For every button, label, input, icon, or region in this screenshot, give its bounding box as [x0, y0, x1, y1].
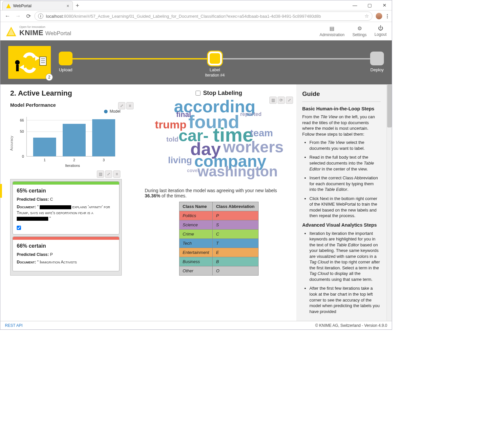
footer: REST API © KNIME AG, Switzerland - Versi…	[0, 321, 392, 329]
guide-title: Guide	[302, 90, 381, 98]
class-row: CrimeC	[179, 230, 259, 239]
svg-text:0: 0	[22, 154, 24, 158]
svg-rect-7	[40, 57, 46, 65]
logo-subbrand: WebPortal	[45, 30, 71, 36]
rest-api-link[interactable]: REST API	[5, 323, 23, 328]
window-titlebar: WebPortal × + — ▢ ✕	[0, 0, 392, 10]
favicon-knime	[6, 3, 11, 9]
stop-labeling-row: Stop Labeling	[145, 90, 293, 97]
class-row: EntertainmentE	[179, 248, 259, 257]
chart-menu-icon[interactable]: ≡	[126, 102, 134, 109]
class-row: ScienceS	[179, 220, 259, 230]
cloud-word[interactable]: final	[176, 111, 191, 118]
svg-text:3: 3	[103, 158, 105, 162]
svg-text:Accuracy: Accuracy	[10, 136, 13, 151]
gear-icon: ⚙	[357, 25, 362, 32]
window-maximize-button[interactable]: ▢	[362, 0, 377, 10]
power-icon: ⏻	[378, 25, 383, 31]
class-row: BusinessB	[179, 257, 259, 266]
class-row: TechT	[179, 239, 259, 248]
window-close-button[interactable]: ✕	[377, 0, 392, 10]
agreement-text: During last iteration the model was agre…	[145, 188, 293, 198]
guide-heading: Basic Human-in-the-Loop Steps	[302, 106, 381, 112]
reload-button[interactable]: ⟳	[24, 11, 33, 21]
knime-logo[interactable]: Open for Innovation KNIME WebPortal	[6, 25, 71, 37]
profile-avatar[interactable]	[376, 13, 382, 19]
accuracy-bar-chart: Accuracy 0 50 66 1 2 3	[10, 114, 122, 169]
tile-item[interactable]: 65% certain Predicted Class: C Document:…	[12, 181, 119, 235]
class-row: PoliticsP	[179, 211, 259, 220]
svg-rect-20	[63, 124, 86, 156]
class-table: Class NameClass Abbreviation PoliticsPSc…	[179, 202, 259, 276]
knime-triangle-icon	[6, 26, 17, 37]
cloud-word[interactable]: told	[166, 136, 178, 143]
guide-panel: Guide Basic Human-in-the-Loop Steps From…	[296, 84, 387, 321]
settings-link[interactable]: ⚙Settings	[352, 25, 367, 37]
step-upload[interactable]: Upload	[59, 52, 73, 72]
browser-menu-button[interactable]	[386, 13, 389, 20]
admin-icon: ▤	[329, 25, 334, 32]
cloud-word[interactable]: reported	[240, 112, 262, 117]
browser-tab[interactable]: WebPortal ×	[2, 1, 73, 10]
cloud-word[interactable]: living	[168, 156, 192, 165]
bookmark-icon[interactable]: ☆	[365, 13, 369, 19]
forward-button[interactable]: →	[13, 11, 23, 21]
step-deploy[interactable]: Deploy	[370, 52, 384, 72]
url-input[interactable]: i localhost:8080/knime/#/57_Active_Learn…	[34, 11, 372, 21]
tile-item[interactable]: 66% certain Predicted Class: P Document:…	[12, 236, 119, 272]
tile-list: 65% certain Predicted Class: C Document:…	[10, 179, 122, 276]
logout-link[interactable]: ⏻Logout	[374, 25, 387, 37]
redacted-text	[40, 205, 71, 209]
close-tab-icon[interactable]: ×	[67, 4, 69, 8]
new-tab-button[interactable]: +	[73, 1, 82, 10]
cloud-word[interactable]: team	[250, 128, 273, 138]
svg-rect-21	[92, 119, 115, 156]
window-minimize-button[interactable]: —	[347, 0, 362, 10]
class-row: OtherO	[179, 266, 259, 276]
svg-text:1: 1	[44, 158, 46, 162]
stop-labeling-checkbox[interactable]	[196, 91, 200, 96]
tiles-expand-icon[interactable]: ⤢	[105, 170, 112, 178]
legend-swatch	[104, 110, 108, 113]
workflow-badge-icon	[11, 51, 48, 74]
logo-brand: KNIME	[19, 29, 43, 37]
svg-marker-5	[35, 56, 40, 61]
guide-heading: Advanced Visual Analytics Steps	[302, 222, 381, 229]
vertical-scrollbar[interactable]	[387, 84, 392, 321]
section-heading: 2. Active Learning	[10, 89, 134, 98]
chart-expand-icon[interactable]: ⤢	[118, 102, 125, 109]
redacted-text	[17, 217, 48, 221]
workflow-badge-count: 2	[46, 74, 53, 81]
tiles-config-icon[interactable]: ▥	[97, 170, 104, 178]
workflow-badge[interactable]: 2	[8, 46, 51, 79]
tile-certainty: 65% certain	[17, 188, 115, 194]
svg-rect-4	[16, 65, 19, 71]
tile-select-checkbox[interactable]	[17, 226, 21, 230]
tag-cloud[interactable]: accordingfoundfinalreportedtrumpcar-time…	[148, 98, 289, 183]
back-button[interactable]: ←	[3, 11, 12, 21]
tab-title: WebPortal	[13, 4, 32, 8]
tiles-menu-icon[interactable]: ≡	[113, 170, 120, 178]
workflow-progress-bar: 2 Upload LabelIteration #4 Deploy	[0, 40, 392, 84]
class-table-header: Class Abbreviation	[213, 202, 259, 211]
svg-text:50: 50	[20, 129, 24, 133]
svg-marker-0	[6, 4, 11, 8]
cloud-word[interactable]: washington	[198, 164, 278, 179]
stop-labeling-label: Stop Labeling	[203, 90, 242, 97]
chart-legend: Model	[10, 109, 134, 114]
svg-text:2: 2	[73, 158, 75, 162]
chart-title: Model Performance	[10, 102, 134, 108]
logo-tagline: Open for Innovation	[19, 25, 71, 29]
tile-certainty: 66% certain	[17, 243, 115, 249]
svg-rect-19	[33, 138, 56, 156]
administration-link[interactable]: ▤Administration	[320, 25, 345, 37]
site-info-icon[interactable]: i	[38, 13, 43, 19]
svg-point-3	[15, 60, 20, 65]
address-bar: ← → ⟳ i localhost:8080/knime/#/57_Active…	[0, 10, 392, 22]
step-label[interactable]: LabelIteration #4	[205, 52, 225, 78]
url-text: localhost:8080/knime/#/57_Active_Learnin…	[46, 14, 362, 19]
version-text: © KNIME AG, Switzerland - Version 4.9.0	[315, 323, 387, 328]
left-edge-handle[interactable]	[0, 184, 2, 198]
class-table-header: Class Name	[179, 202, 213, 211]
svg-marker-6	[19, 65, 24, 70]
